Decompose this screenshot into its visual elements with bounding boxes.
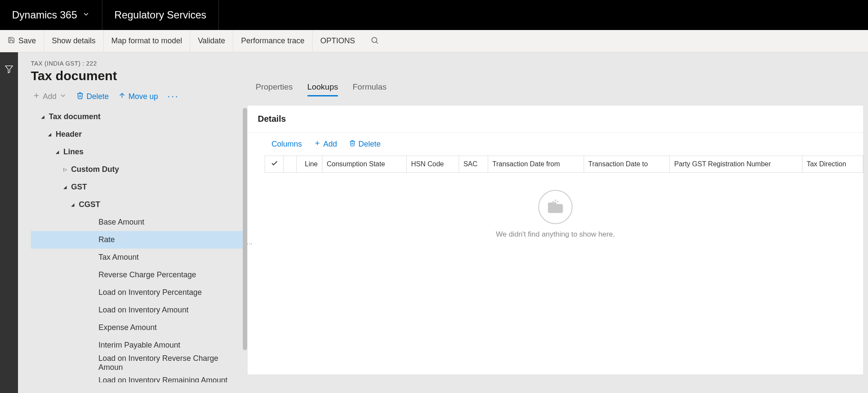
filter-button[interactable]	[4, 64, 14, 75]
grid-header-col[interactable]: Transaction Date to	[584, 156, 670, 173]
action-toolbar: Save Show details Map format to model Va…	[0, 30, 868, 52]
svg-point-9	[555, 200, 556, 201]
tree-delete-label: Delete	[87, 92, 109, 101]
svg-line-1	[376, 42, 378, 43]
grid-add-button[interactable]: Add	[314, 140, 337, 149]
pane-resize-handle[interactable]: ⋮	[249, 241, 251, 247]
show-details-label: Show details	[52, 36, 95, 45]
search-button[interactable]	[363, 30, 387, 52]
tree-node-label: Rate	[98, 235, 115, 244]
tree-node-expense-amount[interactable]: Expense Amount	[31, 319, 247, 336]
details-grid: LineConsumption StateHSN CodeSACTransact…	[265, 156, 863, 173]
tab-properties[interactable]: Properties	[256, 82, 293, 96]
tree-node-interim-payable[interactable]: Interim Payable Amount	[31, 336, 247, 354]
tree-node-header[interactable]: ◢Header	[31, 126, 247, 143]
show-details-button[interactable]: Show details	[44, 30, 104, 52]
check-icon	[271, 161, 278, 168]
search-icon	[370, 36, 379, 46]
filter-icon	[4, 68, 14, 75]
caret-down-icon[interactable]: ◢	[51, 150, 63, 154]
tree-node-custom-duty[interactable]: ▷Custom Duty	[31, 161, 247, 178]
validate-button[interactable]: Validate	[190, 30, 233, 52]
trash-icon	[349, 140, 356, 149]
tree-node-reverse-charge-pct[interactable]: Reverse Charge Percentage	[31, 266, 247, 284]
caret-right-icon[interactable]: ▷	[59, 167, 71, 172]
grid-header-row: LineConsumption StateHSN CodeSACTransact…	[265, 156, 863, 173]
tree-node-load-inv-amt[interactable]: Load on Inventory Amount	[31, 301, 247, 319]
left-rail	[0, 52, 18, 393]
tab-lookups[interactable]: Lookups	[307, 82, 338, 96]
app-title[interactable]: Regulatory Services	[102, 0, 219, 30]
validate-label: Validate	[198, 36, 225, 45]
app-label: Regulatory Services	[114, 9, 206, 21]
tree-node-cgst[interactable]: ◢CGST	[31, 196, 247, 213]
chevron-down-icon	[59, 92, 67, 102]
tree-node-label: Header	[56, 130, 82, 139]
tab-formulas[interactable]: Formulas	[352, 82, 386, 96]
tree-node-label: Base Amount	[98, 218, 144, 227]
tree-moveup-button[interactable]: Move up	[118, 92, 158, 102]
save-icon	[8, 36, 15, 46]
tree-node-label: Load on Inventory Percentage	[98, 288, 202, 297]
tree-node-load-inv-remaining[interactable]: Load on Inventory Remaining Amount	[31, 372, 247, 382]
grid-header-col[interactable]: SAC	[459, 156, 488, 173]
detail-tabs: Properties Lookups Formulas	[247, 82, 864, 96]
trash-icon	[76, 92, 84, 102]
tree-pane: TAX (INDIA GST) : 222 Tax document Add	[18, 52, 247, 393]
grid-delete-label: Delete	[358, 140, 381, 149]
tree-add-label: Add	[43, 92, 57, 101]
tree-more-button[interactable]: ···	[167, 91, 179, 102]
tree-node-load-inv-pct[interactable]: Load on Inventory Percentage	[31, 284, 247, 301]
options-button[interactable]: OPTIONS	[313, 30, 363, 52]
grid-delete-button[interactable]: Delete	[349, 140, 381, 149]
tree-node-label: Reverse Charge Percentage	[98, 270, 196, 279]
grid-header-col[interactable]: Party GST Registration Number	[670, 156, 802, 173]
tree-node-load-inv-rev-charge[interactable]: Load on Inventory Reverse Charge Amoun	[31, 354, 247, 372]
caret-down-icon[interactable]: ◢	[59, 185, 71, 189]
grid-actions: Columns Add Delete	[248, 133, 863, 156]
tree-node-label: GST	[71, 183, 87, 192]
tree-scrollbar[interactable]	[243, 108, 247, 350]
brand-switcher[interactable]: Dynamics 365	[0, 0, 102, 30]
tree-scroll: ◢Tax document◢Header◢Lines▷Custom Duty◢G…	[31, 108, 247, 382]
grid-header-col[interactable]: Consumption State	[322, 156, 407, 173]
grid-header-col[interactable]: Line	[297, 156, 322, 173]
empty-state: We didn't find anything to show here.	[248, 173, 863, 239]
grid-columns-button[interactable]: Columns	[271, 140, 302, 149]
grid-add-label: Add	[323, 140, 337, 149]
caret-down-icon[interactable]: ◢	[67, 202, 79, 207]
tree-node-label: Interim Payable Amount	[98, 341, 180, 350]
top-navigation: Dynamics 365 Regulatory Services	[0, 0, 868, 30]
brand-label: Dynamics 365	[12, 9, 77, 21]
grid-header-spacer	[284, 156, 297, 173]
tree-delete-button[interactable]: Delete	[76, 92, 109, 102]
svg-point-10	[557, 201, 559, 203]
tree-node-lines[interactable]: ◢Lines	[31, 143, 247, 161]
map-format-button[interactable]: Map format to model	[104, 30, 190, 52]
svg-point-11	[555, 202, 556, 204]
tree-node-gst[interactable]: ◢GST	[31, 178, 247, 196]
grid-header-select[interactable]	[265, 156, 284, 173]
grid-header-col[interactable]: HSN Code	[406, 156, 459, 173]
tree-node-tax-document[interactable]: ◢Tax document	[31, 108, 247, 126]
tree-node-tax-amount[interactable]: Tax Amount	[31, 249, 247, 266]
tree-add-button[interactable]: Add	[33, 92, 67, 102]
tree-node-label: Load on Inventory Remaining Amount	[98, 376, 227, 382]
detail-area: Properties Lookups Formulas Details Colu…	[247, 52, 868, 393]
details-heading: Details	[248, 105, 863, 133]
tree-node-label: Load on Inventory Amount	[98, 306, 188, 315]
caret-down-icon[interactable]: ◢	[37, 114, 49, 119]
grid-header-col[interactable]: Transaction Date from	[488, 156, 584, 173]
workspace: TAX (INDIA GST) : 222 Tax document Add	[0, 52, 868, 393]
tree-node-label: CGST	[79, 200, 100, 209]
content-area: TAX (INDIA GST) : 222 Tax document Add	[18, 52, 868, 393]
caret-down-icon[interactable]: ◢	[44, 132, 56, 137]
tree-node-label: Load on Inventory Reverse Charge Amoun	[98, 354, 243, 372]
save-button[interactable]: Save	[0, 30, 44, 52]
perf-trace-button[interactable]: Performance trace	[233, 30, 313, 52]
tree-node-base-amount[interactable]: Base Amount	[31, 213, 247, 231]
tree-node-rate[interactable]: Rate	[31, 231, 247, 249]
grid-header-col[interactable]: Tax Direction	[802, 156, 863, 173]
breadcrumb: TAX (INDIA GST) : 222	[31, 60, 247, 67]
tree-node-label: Custom Duty	[71, 165, 119, 174]
